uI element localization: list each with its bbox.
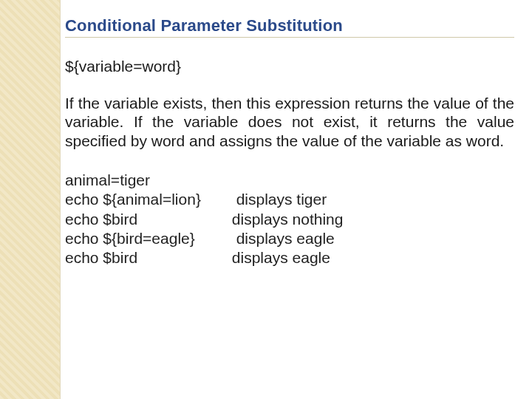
example-row: echo ${animal=lion} displays tiger — [65, 190, 514, 209]
example-cmd: echo $bird — [65, 248, 228, 267]
slide-heading: Conditional Parameter Substitution — [65, 16, 514, 38]
example-setup: animal=tiger — [65, 171, 228, 190]
example-cmd: echo ${bird=eagle} — [65, 229, 228, 248]
syntax-line: ${variable=word} — [65, 57, 514, 76]
example-row: echo ${bird=eagle} displays eagle — [65, 229, 514, 248]
example-row: echo $bird displays nothing — [65, 210, 514, 229]
example-cmd: echo ${animal=lion} — [65, 190, 228, 209]
example-row: echo $bird displays eagle — [65, 248, 514, 267]
example-out: displays nothing — [228, 210, 343, 229]
description-text: If the variable exists, then this expres… — [65, 94, 514, 151]
example-setup-row: animal=tiger — [65, 171, 514, 190]
example-block: animal=tiger echo ${animal=lion} display… — [65, 171, 514, 267]
slide-content: Conditional Parameter Substitution ${var… — [61, 0, 532, 399]
example-out: displays eagle — [228, 248, 330, 267]
slide: Conditional Parameter Substitution ${var… — [0, 0, 532, 399]
sidebar-pattern — [0, 0, 61, 399]
example-out: displays tiger — [228, 190, 327, 209]
example-cmd: echo $bird — [65, 210, 228, 229]
example-out: displays eagle — [228, 229, 335, 248]
